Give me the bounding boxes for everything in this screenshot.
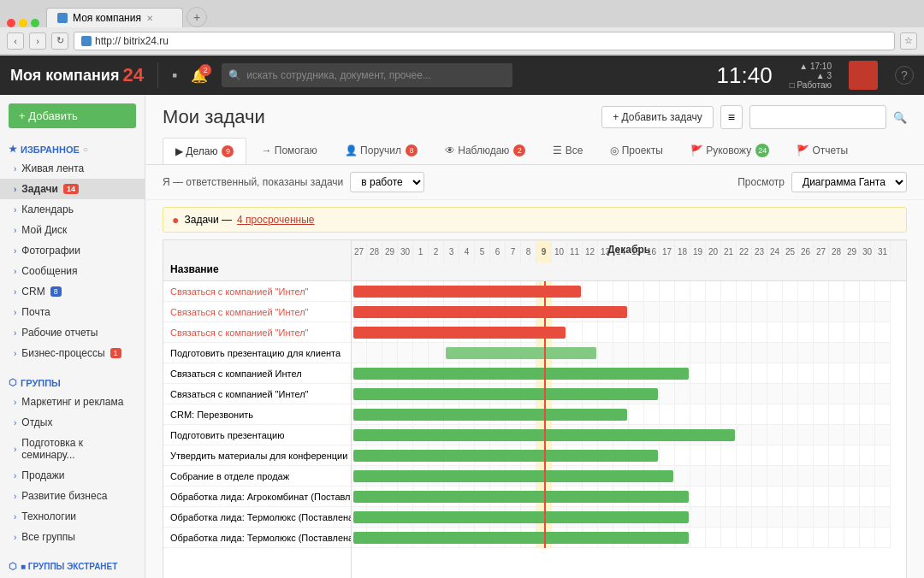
overdue-link[interactable]: 4 просроченные [237,214,314,226]
search-tasks-input[interactable] [749,105,886,129]
window-max-btn[interactable] [31,19,39,27]
gantt-label-row[interactable]: Собрание в отделе продаж [163,466,351,487]
help-btn[interactable]: ? [895,66,914,85]
sidebar-item-feed[interactable]: › Живая лента [0,158,145,179]
gantt-rows [352,281,891,548]
window-min-btn[interactable] [19,19,27,27]
sidebar-label-allgroups: Все группы [21,531,75,543]
groups-section: ⬡ ГРУППЫ [0,370,145,392]
gantt-day-27: 27 [814,241,829,262]
gantt-label-row[interactable]: Обработка лида: Термолюкс (Поставлена из… [163,528,351,548]
groups-icon: ⬡ [9,377,17,388]
gantt-header: Декабрь 27282930123456789101112131415161… [352,240,906,281]
sidebar-item-dev[interactable]: › Развитие бизнеса [0,486,145,506]
gantt-bar [353,286,581,298]
monitor-icon[interactable]: ▪ [172,67,177,85]
gantt-row[interactable] [352,302,891,322]
gantt-row[interactable] [352,384,891,404]
sidebar-item-seminar[interactable]: › Подготовка к семинару... [0,433,145,465]
gantt-day-4: 4 [459,241,475,262]
tab-doing[interactable]: ▶ Делаю 9 [163,138,246,164]
gantt-label-row[interactable]: Утвердить материалы для конференции [163,445,351,466]
gantt-row[interactable] [352,425,891,445]
gantt-day-30: 30 [398,241,413,262]
tab-helping[interactable]: → Помогаю [248,137,329,163]
bookmark-btn[interactable]: ☆ [900,32,917,50]
view-select[interactable]: Диаграмма Ганта [791,172,907,192]
gantt-row[interactable] [352,281,891,302]
tab-assigned[interactable]: 👤 Поручил 8 [332,137,430,163]
gantt-row[interactable] [352,343,891,363]
gantt-chart[interactable]: Декабрь 27282930123456789101112131415161… [352,240,906,578]
gantt-label-row[interactable]: Связаться с компанией "Интел" [163,322,351,343]
gantt-label-row[interactable]: CRM: Перезвонить [163,404,351,425]
gantt-label-row[interactable]: Связаться с компанией "Интел" [163,302,351,322]
tab-all[interactable]: ☰ Все [540,137,595,163]
sidebar-item-biz[interactable]: › Бизнес-процессы 1 [0,343,145,363]
reload-btn[interactable]: ↻ [51,32,68,50]
header-search-bar[interactable]: 🔍 искать сотрудника, документ, прочее... [222,63,512,87]
gantt-row[interactable] [352,487,891,507]
gantt-row[interactable] [352,466,891,487]
sidebar-item-reports[interactable]: › Рабочие отчеты [0,322,145,343]
list-view-btn[interactable]: ≡ [720,105,743,129]
gantt-label-row[interactable]: Обработка лида: Термолюкс (Поставлена из… [163,507,351,528]
header-divider [157,62,158,88]
sidebar-item-allgroups[interactable]: › Все группы [0,527,145,547]
gantt-label-row[interactable]: Связаться с компанией Интел [163,363,351,384]
gantt-day-10: 10 [552,241,567,262]
gantt-row[interactable] [352,507,891,528]
gantt-row[interactable] [352,445,891,466]
gantt-day-2: 2 [429,241,444,262]
sidebar-item-calendar[interactable]: › Календарь [0,199,145,220]
gantt-day-28: 28 [367,241,382,262]
logo-num: 24 [122,64,143,86]
tab-reports-label: 🚩 Отчеты [797,144,848,156]
gantt-label-row[interactable]: Связаться с компанией "Интел" [163,384,351,404]
gantt-day-11: 11 [567,241,583,262]
tab-close-icon[interactable]: ✕ [146,14,153,23]
sidebar-item-disk[interactable]: › Мой Диск [0,220,145,240]
tab-projects[interactable]: ◎ Проекты [597,137,676,163]
gantt-row[interactable] [352,322,891,343]
sidebar-item-photos[interactable]: › Фотографии [0,240,145,261]
gantt-label-row[interactable]: Связаться с компанией "Интел" [163,281,351,302]
back-btn[interactable]: ‹ [7,32,24,50]
tab-reports[interactable]: 🚩 Отчеты [784,137,861,163]
bullet-icon-msgs: › [14,267,16,276]
page-title: Мои задачи [163,106,265,128]
sidebar-item-rest[interactable]: › Отдых [0,412,145,433]
add-task-button[interactable]: + Добавить задачу [601,106,714,128]
bell-wrapper: 🔔 2 [191,68,208,84]
bullet-allgroups: › [14,533,16,542]
gantt-bar [353,388,658,400]
gantt-label-row[interactable]: Подготовить презентацию для клиента [163,343,351,363]
gantt-day-24: 24 [767,241,783,262]
new-tab-btn[interactable]: + [187,7,207,27]
gantt-label-row[interactable]: Подготовить презентацию [163,425,351,445]
sidebar-label-sales: Продажи [21,469,64,481]
gantt-label-row[interactable]: Обработка лида: Агрокомбинат (Поставлена… [163,487,351,507]
sidebar-item-tasks[interactable]: › Задачи 14 [0,179,145,199]
bell-badge: 2 [199,64,211,76]
sidebar-item-crm[interactable]: › CRM 8 [0,281,145,302]
sidebar-item-marketing[interactable]: › Маркетинг и реклама [0,392,145,412]
gantt-row[interactable] [352,404,891,425]
gantt-row[interactable] [352,528,891,548]
browser-tab-active[interactable]: Моя компания ✕ [46,8,183,27]
tab-manage[interactable]: 🚩 Руковожу 24 [678,136,782,164]
tab-watching[interactable]: 👁 Наблюдаю 2 [432,137,538,163]
sidebar-item-tech[interactable]: › Технологии [0,506,145,527]
window-close-btn[interactable] [7,19,15,27]
forward-btn[interactable]: › [29,32,46,50]
status-filter[interactable]: в работе [350,172,424,192]
groups-label: ГРУППЫ [21,378,61,388]
sidebar-item-sales[interactable]: › Продажи [0,465,145,486]
gantt-row[interactable] [352,363,891,384]
url-bar[interactable]: http:// bitrix24.ru [74,32,895,50]
search-icon-tasks[interactable]: 🔍 [893,111,907,124]
gantt-label-header: Название [163,240,351,281]
sidebar-item-messages[interactable]: › Сообщения [0,261,145,281]
sidebar-item-mail[interactable]: › Почта [0,302,145,322]
add-btn[interactable]: + Добавить [9,103,136,128]
